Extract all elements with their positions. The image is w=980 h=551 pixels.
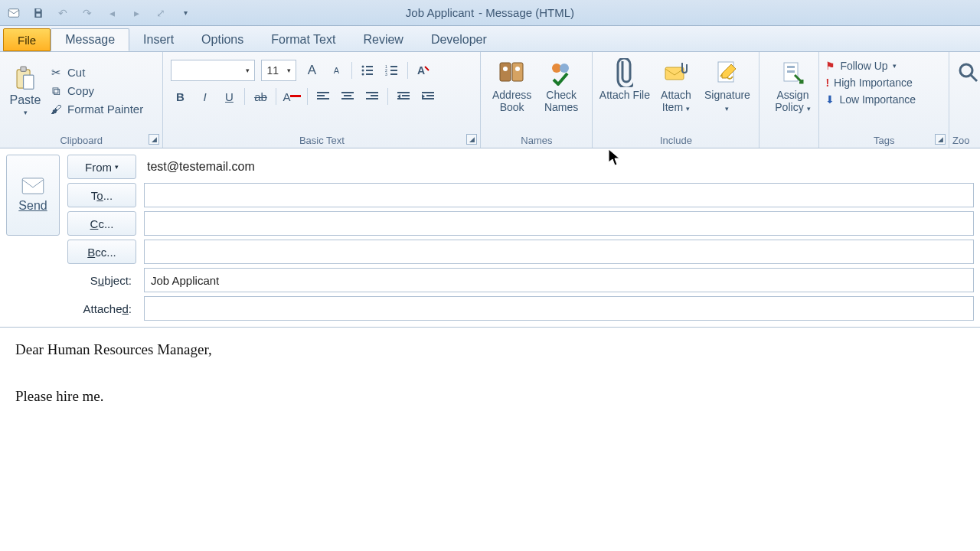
send-button[interactable]: Send <box>6 155 60 236</box>
check-names-icon <box>547 57 575 89</box>
tab-message[interactable]: Message <box>51 28 129 51</box>
font-size-combo[interactable]: 11▾ <box>261 60 296 81</box>
svg-rect-40 <box>665 67 684 80</box>
save-icon[interactable] <box>28 3 49 23</box>
high-importance-label: High Importance <box>834 77 913 89</box>
paste-dropdown-icon[interactable]: ▾ <box>24 109 28 116</box>
check-names-button[interactable]: Check Names <box>537 55 586 129</box>
svg-point-6 <box>362 66 364 68</box>
zoom-button[interactable] <box>956 55 980 89</box>
low-importance-button[interactable]: ⬇Low Importance <box>825 93 942 106</box>
paste-button[interactable]: Paste ▾ <box>6 55 44 126</box>
attach-item-label: Attach Item ▾ <box>650 89 701 113</box>
attach-file-button[interactable]: Attach File <box>599 55 650 129</box>
chevron-down-icon: ▾ <box>807 105 811 112</box>
cc-input[interactable] <box>144 211 974 236</box>
attached-input[interactable] <box>144 296 974 321</box>
bcc-button[interactable]: Bcc... <box>67 240 136 264</box>
svg-rect-27 <box>366 98 378 99</box>
grow-font-button[interactable]: A <box>302 61 321 80</box>
qat-more-icon[interactable]: ▾ <box>175 3 196 23</box>
svg-rect-15 <box>390 70 397 71</box>
names-group-label: Names <box>481 135 592 146</box>
to-btn-label: To... <box>91 189 113 202</box>
doc-title: Job Applicant <box>406 6 474 19</box>
align-center-button[interactable] <box>338 87 357 106</box>
separator <box>407 62 408 79</box>
basic-text-dialog-launcher[interactable]: ◢ <box>466 134 477 145</box>
clipboard-dialog-launcher[interactable]: ◢ <box>149 134 159 145</box>
tab-options[interactable]: Options <box>188 28 257 51</box>
shrink-font-button[interactable]: A <box>327 61 345 80</box>
tab-file[interactable]: File <box>3 28 51 51</box>
svg-rect-9 <box>366 70 373 71</box>
to-button[interactable]: To... <box>67 183 136 207</box>
tab-review[interactable]: Review <box>349 28 416 51</box>
cc-button[interactable]: Cc... <box>67 211 136 236</box>
low-importance-label: Low Importance <box>839 93 916 106</box>
address-book-button[interactable]: Address Book <box>487 55 537 129</box>
address-book-icon <box>498 57 526 89</box>
font-name-combo[interactable]: ▾ <box>171 60 255 81</box>
font-color-button[interactable]: A <box>283 87 301 106</box>
svg-rect-19 <box>317 92 329 93</box>
assign-policy-icon <box>779 57 805 89</box>
separator <box>244 88 245 105</box>
underline-button[interactable]: U <box>220 87 238 106</box>
subject-input[interactable] <box>144 268 974 292</box>
format-painter-button[interactable]: 🖌Format Painter <box>49 103 143 116</box>
assign-policy-button[interactable]: Assign Policy ▾ <box>766 55 819 113</box>
attach-item-button[interactable]: Attach Item ▾ <box>650 55 701 129</box>
svg-rect-28 <box>397 92 410 93</box>
high-importance-button[interactable]: !High Importance <box>825 77 942 89</box>
numbering-button[interactable]: 123 <box>383 61 401 80</box>
svg-rect-5 <box>24 75 34 89</box>
tab-developer[interactable]: Developer <box>417 28 501 51</box>
bold-button[interactable]: B <box>171 87 189 106</box>
from-value: test@testemail.com <box>144 160 974 174</box>
svg-rect-21 <box>317 98 329 99</box>
svg-rect-44 <box>787 70 795 73</box>
bcc-btn-label: Bcc... <box>87 246 116 259</box>
svg-point-39 <box>560 64 569 73</box>
redo-icon[interactable]: ↷ <box>77 3 98 23</box>
decrease-indent-button[interactable] <box>394 87 413 106</box>
follow-up-button[interactable]: ⚑Follow Up ▾ <box>825 60 942 72</box>
separator <box>276 88 276 105</box>
text-effects-button[interactable]: A <box>414 61 433 80</box>
svg-rect-43 <box>787 66 795 68</box>
align-right-button[interactable] <box>363 87 381 106</box>
signature-icon <box>716 57 739 89</box>
tags-dialog-launcher[interactable]: ◢ <box>935 134 946 145</box>
align-left-button[interactable] <box>314 87 332 106</box>
zoom-qat-icon[interactable]: ⤢ <box>150 3 172 23</box>
copy-button[interactable]: ⧉Copy <box>49 84 143 98</box>
bcc-input[interactable] <box>144 240 974 264</box>
signature-button[interactable]: Signature▾ <box>701 55 753 129</box>
follow-up-label: Follow Up <box>840 60 887 72</box>
app-icon[interactable] <box>3 3 24 23</box>
from-button[interactable]: From ▾ <box>67 155 136 179</box>
svg-rect-2 <box>36 13 40 16</box>
svg-rect-17 <box>390 73 397 75</box>
subject-label: Subject: <box>67 274 136 287</box>
attach-item-icon <box>662 57 690 89</box>
bullets-button[interactable] <box>358 61 377 80</box>
italic-button[interactable]: I <box>195 87 214 106</box>
quick-access-toolbar: ↶ ↷ ◂ ▸ ⤢ ▾ <box>0 3 196 23</box>
group-include: Attach File Attach Item ▾ Signature▾ Inc… <box>593 52 760 148</box>
to-input[interactable] <box>144 183 974 207</box>
strikethrough-button[interactable]: ab <box>251 87 270 106</box>
next-icon[interactable]: ▸ <box>126 3 147 23</box>
svg-rect-29 <box>402 95 410 96</box>
tab-insert[interactable]: Insert <box>129 28 188 51</box>
cut-button[interactable]: ✂Cut <box>49 66 143 80</box>
message-body[interactable]: Dear Human Resources Manager, Please hir… <box>0 327 980 541</box>
undo-icon[interactable]: ↶ <box>52 3 74 23</box>
increase-indent-button[interactable] <box>419 87 437 106</box>
tab-format-text[interactable]: Format Text <box>257 28 349 51</box>
prev-icon[interactable]: ◂ <box>101 3 122 23</box>
separator <box>387 88 388 105</box>
cc-btn-label: Cc... <box>90 217 114 230</box>
paste-label: Paste <box>10 93 41 107</box>
